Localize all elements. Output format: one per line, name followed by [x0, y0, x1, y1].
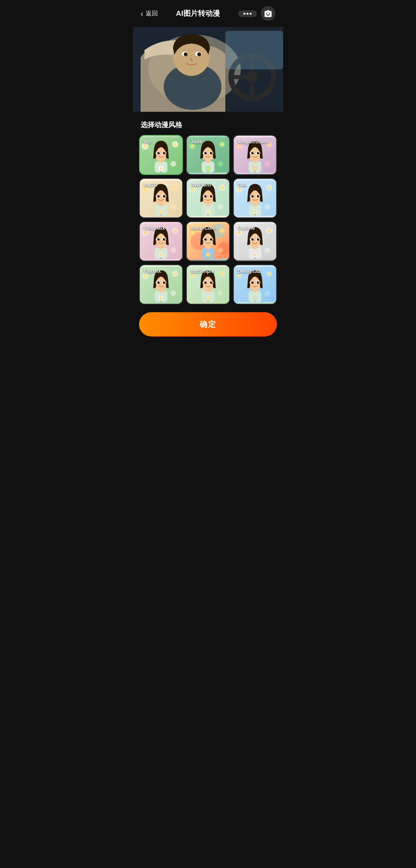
svg-point-219	[237, 274, 241, 278]
svg-point-50	[207, 167, 209, 170]
svg-point-136	[163, 238, 165, 241]
svg-point-74	[174, 186, 177, 189]
svg-point-48	[211, 152, 212, 153]
back-arrow-icon: ‹	[141, 9, 143, 18]
svg-point-117	[251, 195, 253, 197]
svg-point-203	[221, 272, 224, 275]
svg-point-110	[268, 186, 271, 189]
svg-point-101	[206, 195, 206, 196]
style-card-label-oia: OIA	[238, 182, 247, 188]
style-card-flatmix[interactable]: FlatMix	[139, 264, 183, 304]
svg-point-192	[157, 281, 159, 284]
header: ‹ 返回 AI图片转动漫	[133, 0, 283, 27]
style-card-awpaint[interactable]: AWPaint	[186, 178, 230, 218]
svg-point-149	[221, 229, 224, 232]
svg-point-197	[160, 297, 162, 299]
svg-point-229	[257, 281, 259, 284]
back-button[interactable]: ‹ 返回	[141, 9, 158, 18]
svg-point-8	[184, 52, 188, 56]
svg-point-30	[164, 152, 165, 153]
confirm-button[interactable]: 确定	[139, 312, 277, 336]
svg-point-215	[207, 297, 209, 299]
svg-point-156	[204, 238, 206, 241]
svg-point-90	[190, 188, 194, 191]
svg-point-45	[204, 152, 206, 154]
svg-point-36	[190, 145, 194, 148]
style-card-jade[interactable]: Jade	[186, 135, 230, 175]
dot-icon	[247, 13, 248, 15]
style-card-label-flat2d: flat2D	[144, 182, 158, 188]
svg-point-231	[258, 281, 259, 282]
svg-point-129	[171, 247, 176, 253]
svg-point-157	[210, 238, 212, 241]
svg-point-63	[251, 152, 253, 154]
svg-point-122	[254, 210, 256, 213]
style-card-lbcsimple[interactable]: lbcSimple	[186, 264, 230, 304]
camera-button[interactable]	[261, 6, 275, 21]
style-card-crispmix[interactable]: CrispMix	[139, 221, 183, 261]
svg-point-204	[218, 291, 223, 296]
svg-point-179	[254, 254, 256, 256]
svg-point-75	[171, 204, 176, 210]
style-card-label-outline: Outline	[238, 225, 255, 231]
svg-point-167	[268, 229, 271, 232]
svg-point-86	[160, 210, 162, 213]
style-card-label-jade: Jade	[191, 139, 202, 145]
svg-point-194	[159, 281, 159, 282]
svg-point-174	[251, 238, 253, 241]
style-card-niji[interactable]: niji	[139, 135, 183, 175]
svg-point-183	[143, 274, 147, 278]
svg-point-9	[197, 52, 201, 56]
style-section-label: 选择动漫风格	[133, 112, 283, 135]
svg-point-147	[190, 231, 194, 234]
svg-point-193	[163, 281, 165, 284]
svg-point-111	[265, 204, 270, 210]
svg-point-186	[171, 291, 176, 296]
confirm-area: 确定	[133, 304, 283, 348]
svg-point-135	[157, 238, 159, 241]
svg-point-228	[251, 281, 253, 284]
style-card-design3d[interactable]: Design3D	[233, 264, 277, 304]
svg-point-54	[237, 145, 241, 148]
svg-point-201	[190, 274, 194, 278]
svg-point-72	[143, 188, 147, 191]
style-card-oia[interactable]: OIA	[233, 178, 277, 218]
svg-point-27	[157, 152, 159, 154]
dot-icon	[243, 13, 245, 15]
style-card-outline[interactable]: Outline	[233, 221, 277, 261]
style-card-label-niji: niji	[144, 139, 151, 145]
style-card-label-aingdiffusion: aingdiffusion	[238, 139, 269, 145]
svg-point-20	[174, 143, 177, 146]
svg-point-195	[164, 281, 165, 282]
svg-point-212	[206, 281, 206, 282]
image-preview	[133, 27, 283, 112]
svg-point-64	[257, 152, 259, 154]
more-button[interactable]	[238, 10, 257, 17]
svg-point-210	[204, 281, 206, 284]
camera-icon	[264, 9, 272, 18]
svg-point-100	[210, 195, 212, 197]
svg-point-102	[211, 195, 212, 196]
style-grid: niji	[133, 135, 283, 304]
style-card-flat2d[interactable]: flat2D	[139, 178, 183, 218]
svg-point-65	[253, 152, 253, 153]
svg-point-140	[160, 254, 162, 256]
svg-point-0	[267, 12, 269, 15]
svg-point-11	[247, 71, 258, 83]
svg-point-177	[258, 238, 259, 239]
svg-point-126	[143, 231, 147, 234]
svg-point-230	[253, 281, 253, 282]
style-card-aingdiffusion[interactable]: aingdiffusion	[233, 135, 277, 175]
svg-point-161	[207, 254, 209, 256]
style-card-watercolor[interactable]: WaterColor	[186, 221, 230, 261]
svg-point-175	[257, 238, 259, 241]
dot-icon	[250, 13, 252, 15]
svg-point-82	[163, 195, 165, 197]
svg-point-81	[157, 195, 159, 197]
style-card-label-awpaint: AWPaint	[191, 182, 211, 188]
svg-point-120	[258, 195, 259, 196]
svg-point-84	[164, 195, 165, 196]
svg-point-159	[211, 238, 212, 239]
svg-point-158	[206, 238, 206, 239]
style-card-label-watercolor: WaterColor	[191, 225, 218, 231]
